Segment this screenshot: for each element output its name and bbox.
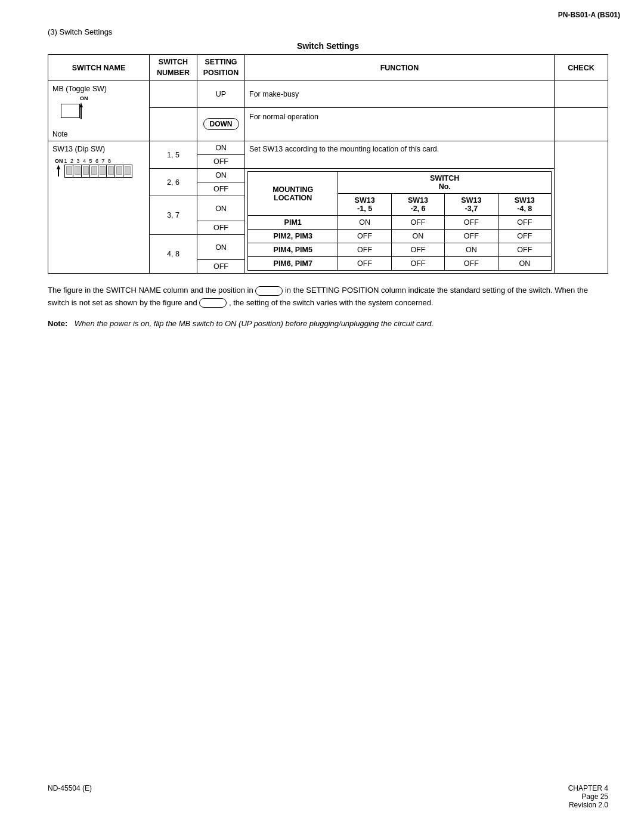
inner-table-row: PIM6, PIM7 OFF OFF OFF ON: [248, 257, 552, 271]
inline-box-1: [255, 286, 283, 296]
table-title: Switch Settings: [48, 41, 608, 51]
footer-chapter: CHAPTER 4: [568, 784, 608, 792]
inner-col-sw13-15: SW13-1, 5: [338, 194, 391, 216]
cell-setting-sw13-48-off: OFF: [197, 260, 245, 274]
inner-table-row: PIM4, PIM5 OFF OFF ON OFF: [248, 243, 552, 257]
col-header-function: FUNCTION: [245, 55, 555, 81]
toggle-sw-image: ON: [58, 98, 100, 128]
inner-col-sw13-26: SW13-2, 6: [391, 194, 444, 216]
inner-switch-table: MOUNTINGLOCATION SWITCHNo. SW13-1, 5 SW1…: [247, 171, 552, 271]
footer-right: CHAPTER 4 Page 25 Revision 2.0: [568, 784, 608, 809]
inner-col-sw13-37: SW13-3,7: [445, 194, 498, 216]
table-header-row: SWITCH NAME SWITCH NUMBER SETTING POSITI…: [48, 55, 608, 81]
cell-check-mb-up: [555, 81, 608, 108]
cell-switch-number-sw13-48: 4, 8: [150, 235, 197, 274]
cell-switch-name-mb: MB (Toggle SW) ON: [48, 81, 150, 141]
table-row: SW13 (Dip SW) ON 1 2 3 4 5 6 7 8: [48, 141, 608, 155]
inner-col-switch: SWITCHNo.: [338, 172, 552, 194]
footer-revision: Revision 2.0: [568, 801, 608, 809]
page-header: PN-BS01-A (BS01): [0, 0, 644, 21]
svg-marker-3: [57, 165, 60, 169]
cell-check-mb-down: [555, 107, 608, 141]
inner-col-sw13-48: SW13-4, 8: [498, 194, 551, 216]
cell-function-mb-up: For make-busy: [245, 81, 555, 108]
content-area: (3) Switch Settings Switch Settings SWIT…: [0, 21, 644, 366]
down-button-visual: DOWN: [203, 118, 239, 130]
cell-function-sw13-inner: MOUNTINGLOCATION SWITCHNo. SW13-1, 5 SW1…: [245, 169, 555, 274]
header-title: PN-BS01-A (BS01): [558, 11, 620, 19]
cell-function-mb-down: For normal operation: [245, 107, 555, 141]
table-row: MB (Toggle SW) ON: [48, 81, 608, 108]
page-footer: ND-45504 (E) CHAPTER 4 Page 25 Revision …: [0, 784, 644, 809]
cell-switch-number-mb-down: [150, 107, 197, 141]
cell-switch-name-sw13: SW13 (Dip SW) ON 1 2 3 4 5 6 7 8: [48, 141, 150, 274]
cell-function-sw13: Set SW13 according to the mounting locat…: [245, 141, 555, 169]
svg-marker-1: [79, 103, 83, 107]
footer-page: Page 25: [568, 792, 608, 801]
section-label: (3) Switch Settings: [48, 27, 608, 36]
note-section: Note: When the power is on, flip the MB …: [48, 318, 608, 330]
note-paragraph: The figure in the SWITCH NAME column and…: [48, 284, 608, 309]
cell-setting-mb-up: UP: [197, 81, 245, 108]
cell-switch-number-sw13-37: 3, 7: [150, 196, 197, 235]
col-header-check: CHECK: [555, 55, 608, 81]
cell-switch-number-sw13-26: 2, 6: [150, 169, 197, 196]
footer-left: ND-45504 (E): [48, 784, 92, 809]
switch-settings-table: SWITCH NAME SWITCH NUMBER SETTING POSITI…: [48, 54, 608, 274]
cell-check-sw13: [555, 141, 608, 274]
cell-setting-sw13-15-on: ON: [197, 141, 245, 155]
cell-setting-sw13-15-off: OFF: [197, 155, 245, 169]
inner-table-row: PIM1 ON OFF OFF OFF: [248, 216, 552, 230]
cell-setting-sw13-48-on: ON: [197, 235, 245, 260]
inner-table-row: PIM2, PIM3 OFF ON OFF OFF: [248, 230, 552, 243]
cell-setting-mb-down: DOWN: [197, 107, 245, 141]
cell-setting-sw13-26-on: ON: [197, 169, 245, 182]
col-header-switch-number: SWITCH NUMBER: [150, 55, 197, 81]
inline-box-2: [199, 298, 227, 308]
cell-setting-sw13-26-off: OFF: [197, 182, 245, 196]
dip-sw-image: ON 1 2 3 4 5 6 7 8: [55, 158, 145, 178]
col-header-switch-name: SWITCH NAME: [48, 55, 150, 81]
col-header-setting-position: SETTING POSITION: [197, 55, 245, 81]
cell-switch-number-sw13-15: 1, 5: [150, 141, 197, 169]
cell-setting-sw13-37-on: ON: [197, 196, 245, 221]
inner-col-mounting: MOUNTINGLOCATION: [248, 172, 338, 216]
cell-switch-number-mb-up: [150, 81, 197, 108]
cell-setting-sw13-37-off: OFF: [197, 221, 245, 235]
